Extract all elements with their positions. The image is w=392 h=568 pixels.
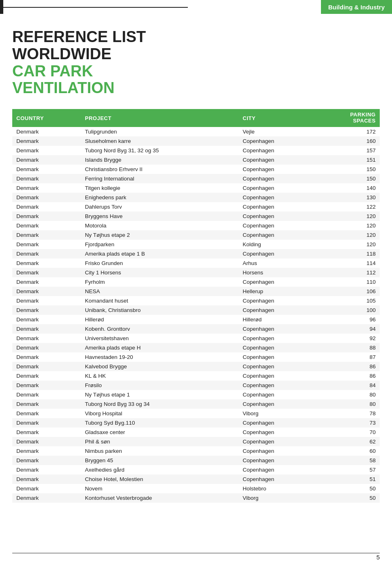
cell-parking: 50 [315, 493, 380, 503]
cell-country: Denmark [12, 277, 81, 287]
col-country: COUNTRY [12, 109, 81, 127]
table-row: DenmarkUnibank, ChristiansbroCopenhagen1… [12, 305, 380, 315]
cell-city: Copenhagen [238, 146, 315, 155]
cell-country: Denmark [12, 146, 81, 155]
cell-parking: 160 [315, 136, 380, 146]
table-row: DenmarkAxelhedies gårdCopenhagen57 [12, 465, 380, 474]
cell-parking: 70 [315, 428, 380, 437]
cell-city: Copenhagen [238, 428, 315, 437]
cell-project: Gladsaxe center [81, 428, 238, 437]
cell-parking: 84 [315, 381, 380, 390]
table-row: DenmarkFrisko GrundenArhus114 [12, 258, 380, 268]
cell-country: Denmark [12, 324, 81, 334]
cell-project: Unibank, Christiansbro [81, 305, 238, 315]
brand-label: Building & Industry [321, 0, 392, 14]
cell-parking: 96 [315, 315, 380, 324]
cell-city: Copenhagen [238, 249, 315, 258]
table-row: DenmarkSluseholmen karreCopenhagen160 [12, 136, 380, 146]
table-row: DenmarkFjordparkenKolding120 [12, 240, 380, 249]
cell-parking: 120 [315, 221, 380, 230]
cell-parking: 62 [315, 437, 380, 446]
cell-country: Denmark [12, 212, 81, 221]
table-row: DenmarkBryggens HaveCopenhagen120 [12, 212, 380, 221]
table-header-row: COUNTRY PROJECT CITY PARKINGSPACES [12, 109, 380, 127]
cell-country: Denmark [12, 418, 81, 428]
cell-country: Denmark [12, 352, 81, 362]
cell-city: Holstebro [238, 484, 315, 493]
cell-city: Viborg [238, 409, 315, 418]
cell-country: Denmark [12, 230, 81, 240]
cell-project: NESA [81, 287, 238, 296]
table-row: DenmarkMotorolaCopenhagen120 [12, 221, 380, 230]
table-row: DenmarkTuborg Nord Byg 31, 32 og 35Copen… [12, 146, 380, 155]
cell-parking: 106 [315, 287, 380, 296]
cell-parking: 60 [315, 446, 380, 456]
cell-city: Copenhagen [238, 343, 315, 352]
col-project: PROJECT [81, 109, 238, 127]
cell-project: Islands Brygge [81, 155, 238, 165]
table-row: DenmarkNy Tøjhus etape 1Copenhagen80 [12, 390, 380, 399]
cell-city: Hillerød [238, 315, 315, 324]
cell-project: Ny Tøjhus etape 2 [81, 230, 238, 240]
cell-city: Arhus [238, 258, 315, 268]
cell-city: Copenhagen [238, 221, 315, 230]
cell-city: Copenhagen [238, 352, 315, 362]
cell-parking: 172 [315, 127, 380, 136]
cell-parking: 80 [315, 390, 380, 399]
table-row: DenmarkBryggen 45Copenhagen58 [12, 456, 380, 465]
table-row: DenmarkCity 1 HorsensHorsens112 [12, 268, 380, 277]
top-bar: Building & Industry [0, 0, 392, 14]
cell-project: Frøsilo [81, 381, 238, 390]
cell-city: Kolding [238, 240, 315, 249]
table-wrap: COUNTRY PROJECT CITY PARKINGSPACES Denma… [0, 102, 392, 527]
cell-parking: 120 [315, 240, 380, 249]
cell-parking: 92 [315, 334, 380, 343]
cell-country: Denmark [12, 202, 81, 212]
cell-city: Copenhagen [238, 230, 315, 240]
cell-country: Denmark [12, 334, 81, 343]
table-row: DenmarkAmerika plads etape HCopenhagen88 [12, 343, 380, 352]
cell-country: Denmark [12, 305, 81, 315]
cell-city: Copenhagen [238, 202, 315, 212]
cell-project: Amerika plads etape H [81, 343, 238, 352]
cell-project: Komandant huset [81, 296, 238, 305]
cell-city: Copenhagen [238, 136, 315, 146]
table-row: DenmarkPhil & sønCopenhagen62 [12, 437, 380, 446]
cell-parking: 100 [315, 305, 380, 315]
cell-project: Christiansbro Erhverv II [81, 165, 238, 174]
cell-parking: 86 [315, 371, 380, 381]
cell-project: Novem [81, 484, 238, 493]
table-row: DenmarkGladsaxe centerCopenhagen70 [12, 428, 380, 437]
cell-parking: 157 [315, 146, 380, 155]
cell-country: Denmark [12, 456, 81, 465]
cell-project: Axelhedies gård [81, 465, 238, 474]
table-row: DenmarkKobenh. GronttorvCopenhagen94 [12, 324, 380, 334]
cell-project: Universitetshaven [81, 334, 238, 343]
cell-country: Denmark [12, 493, 81, 503]
cell-project: Kobenh. Gronttorv [81, 324, 238, 334]
table-row: DenmarkAmerika plads etape 1 BCopenhagen… [12, 249, 380, 258]
cell-parking: 105 [315, 296, 380, 305]
cell-project: Bryggen 45 [81, 456, 238, 465]
cell-country: Denmark [12, 343, 81, 352]
cell-country: Denmark [12, 484, 81, 493]
cell-city: Copenhagen [238, 334, 315, 343]
cell-country: Denmark [12, 193, 81, 202]
cell-parking: 120 [315, 230, 380, 240]
table-row: DenmarkHavnestaden 19-20Copenhagen87 [12, 352, 380, 362]
reference-table: COUNTRY PROJECT CITY PARKINGSPACES Denma… [12, 109, 380, 503]
cell-country: Denmark [12, 371, 81, 381]
table-row: DenmarkTuborg Syd Byg.110Copenhagen73 [12, 418, 380, 428]
table-row: DenmarkUniversitetshavenCopenhagen92 [12, 334, 380, 343]
cell-country: Denmark [12, 446, 81, 456]
cell-parking: 114 [315, 258, 380, 268]
cell-parking: 94 [315, 324, 380, 334]
cell-city: Copenhagen [238, 296, 315, 305]
cell-project: Tuborg Nord Byg 33 og 34 [81, 399, 238, 409]
heading-area: REFERENCE LIST WORLDWIDE CAR PARK VENTIL… [0, 14, 392, 102]
col-parking: PARKINGSPACES [315, 109, 380, 127]
cell-project: Ny Tøjhus etape 1 [81, 390, 238, 399]
top-divider-line [0, 7, 188, 8]
cell-project: Hillerød [81, 315, 238, 324]
table-row: DenmarkNy Tøjhus etape 2Copenhagen120 [12, 230, 380, 240]
